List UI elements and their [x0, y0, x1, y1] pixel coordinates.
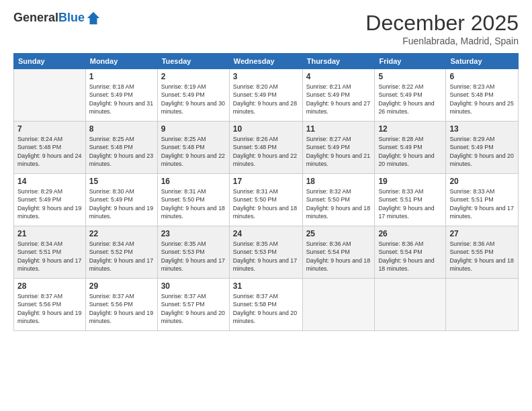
- location: Fuenlabrada, Madrid, Spain: [365, 36, 519, 46]
- header-row: SundayMondayTuesdayWednesdayThursdayFrid…: [14, 54, 519, 69]
- day-number: 20: [449, 177, 515, 186]
- calendar-cell: 25Sunrise: 8:36 AMSunset: 5:54 PMDayligh…: [302, 226, 375, 279]
- day-info: Sunrise: 8:30 AMSunset: 5:49 PMDaylight:…: [89, 187, 154, 220]
- calendar-cell: 30Sunrise: 8:37 AMSunset: 5:57 PMDayligh…: [157, 279, 229, 331]
- day-number: 29: [89, 281, 154, 291]
- logo: GeneralBlue: [13, 11, 101, 26]
- day-info: Sunrise: 8:25 AMSunset: 5:48 PMDaylight:…: [89, 135, 154, 168]
- day-number: 25: [306, 229, 371, 238]
- calendar-cell: 18Sunrise: 8:32 AMSunset: 5:50 PMDayligh…: [302, 174, 375, 226]
- day-header-friday: Friday: [375, 54, 446, 69]
- day-info: Sunrise: 8:19 AMSunset: 5:49 PMDaylight:…: [161, 83, 226, 116]
- week-row: 1Sunrise: 8:18 AMSunset: 5:49 PMDaylight…: [14, 69, 519, 122]
- day-number: 15: [89, 177, 154, 186]
- calendar-cell: 12Sunrise: 8:28 AMSunset: 5:49 PMDayligh…: [375, 122, 446, 174]
- day-info: Sunrise: 8:34 AMSunset: 5:51 PMDaylight:…: [17, 240, 82, 273]
- calendar-cell: 27Sunrise: 8:36 AMSunset: 5:55 PMDayligh…: [446, 226, 519, 279]
- day-number: 22: [89, 229, 154, 238]
- calendar-cell: 16Sunrise: 8:31 AMSunset: 5:50 PMDayligh…: [157, 174, 229, 226]
- day-info: Sunrise: 8:22 AMSunset: 5:49 PMDaylight:…: [378, 83, 442, 116]
- day-number: 16: [161, 177, 226, 186]
- day-info: Sunrise: 8:37 AMSunset: 5:58 PMDaylight:…: [233, 292, 299, 325]
- day-info: Sunrise: 8:37 AMSunset: 5:56 PMDaylight:…: [89, 292, 154, 325]
- day-number: 1: [89, 72, 154, 81]
- title-block: December 2025 Fuenlabrada, Madrid, Spain: [365, 11, 519, 46]
- day-info: Sunrise: 8:28 AMSunset: 5:49 PMDaylight:…: [378, 135, 442, 168]
- day-info: Sunrise: 8:34 AMSunset: 5:52 PMDaylight:…: [89, 240, 154, 273]
- day-number: 28: [17, 281, 82, 291]
- calendar-cell: [446, 279, 519, 331]
- calendar-table: SundayMondayTuesdayWednesdayThursdayFrid…: [13, 53, 519, 331]
- calendar-cell: 8Sunrise: 8:25 AMSunset: 5:48 PMDaylight…: [85, 122, 157, 174]
- day-info: Sunrise: 8:36 AMSunset: 5:54 PMDaylight:…: [306, 240, 371, 273]
- calendar-cell: 26Sunrise: 8:36 AMSunset: 5:54 PMDayligh…: [375, 226, 446, 279]
- day-info: Sunrise: 8:23 AMSunset: 5:48 PMDaylight:…: [449, 83, 515, 116]
- day-number: 23: [161, 229, 226, 238]
- calendar-cell: 10Sunrise: 8:26 AMSunset: 5:48 PMDayligh…: [229, 122, 302, 174]
- day-number: 8: [89, 124, 154, 134]
- calendar-cell: 19Sunrise: 8:33 AMSunset: 5:51 PMDayligh…: [375, 174, 446, 226]
- calendar-cell: 1Sunrise: 8:18 AMSunset: 5:49 PMDaylight…: [85, 69, 157, 122]
- day-header-monday: Monday: [85, 54, 157, 69]
- day-info: Sunrise: 8:29 AMSunset: 5:49 PMDaylight:…: [17, 187, 82, 220]
- day-number: 11: [306, 124, 371, 134]
- day-info: Sunrise: 8:18 AMSunset: 5:49 PMDaylight:…: [89, 83, 154, 116]
- day-number: 14: [17, 177, 82, 186]
- week-row: 28Sunrise: 8:37 AMSunset: 5:56 PMDayligh…: [14, 279, 519, 331]
- calendar-cell: 15Sunrise: 8:30 AMSunset: 5:49 PMDayligh…: [85, 174, 157, 226]
- day-info: Sunrise: 8:25 AMSunset: 5:48 PMDaylight:…: [161, 135, 226, 168]
- day-number: 24: [233, 229, 299, 238]
- calendar-cell: 5Sunrise: 8:22 AMSunset: 5:49 PMDaylight…: [375, 69, 446, 122]
- day-info: Sunrise: 8:31 AMSunset: 5:50 PMDaylight:…: [161, 187, 226, 220]
- calendar-cell: 9Sunrise: 8:25 AMSunset: 5:48 PMDaylight…: [157, 122, 229, 174]
- day-number: 30: [161, 281, 226, 291]
- calendar-cell: 11Sunrise: 8:27 AMSunset: 5:49 PMDayligh…: [302, 122, 375, 174]
- day-info: Sunrise: 8:36 AMSunset: 5:54 PMDaylight:…: [378, 240, 442, 273]
- calendar-cell: 14Sunrise: 8:29 AMSunset: 5:49 PMDayligh…: [14, 174, 86, 226]
- day-number: 21: [17, 229, 82, 238]
- calendar-cell: 17Sunrise: 8:31 AMSunset: 5:50 PMDayligh…: [229, 174, 302, 226]
- day-info: Sunrise: 8:20 AMSunset: 5:49 PMDaylight:…: [233, 83, 299, 116]
- calendar-cell: 13Sunrise: 8:29 AMSunset: 5:49 PMDayligh…: [446, 122, 519, 174]
- day-number: 17: [233, 177, 299, 186]
- day-number: 27: [449, 229, 515, 238]
- day-info: Sunrise: 8:24 AMSunset: 5:48 PMDaylight:…: [17, 135, 82, 168]
- calendar-cell: 2Sunrise: 8:19 AMSunset: 5:49 PMDaylight…: [157, 69, 229, 122]
- day-number: 7: [17, 124, 82, 134]
- calendar-cell: 21Sunrise: 8:34 AMSunset: 5:51 PMDayligh…: [14, 226, 86, 279]
- day-number: 9: [161, 124, 226, 134]
- day-number: 18: [306, 177, 371, 186]
- calendar-cell: 29Sunrise: 8:37 AMSunset: 5:56 PMDayligh…: [85, 279, 157, 331]
- day-header-sunday: Sunday: [14, 54, 86, 69]
- calendar-cell: 22Sunrise: 8:34 AMSunset: 5:52 PMDayligh…: [85, 226, 157, 279]
- day-number: 2: [161, 72, 226, 81]
- day-number: 26: [378, 229, 442, 238]
- calendar-cell: 24Sunrise: 8:35 AMSunset: 5:53 PMDayligh…: [229, 226, 302, 279]
- week-row: 21Sunrise: 8:34 AMSunset: 5:51 PMDayligh…: [14, 226, 519, 279]
- day-number: 12: [378, 124, 442, 134]
- day-header-saturday: Saturday: [446, 54, 519, 69]
- day-number: 19: [378, 177, 442, 186]
- day-info: Sunrise: 8:37 AMSunset: 5:57 PMDaylight:…: [161, 292, 226, 325]
- day-header-wednesday: Wednesday: [229, 54, 302, 69]
- day-info: Sunrise: 8:37 AMSunset: 5:56 PMDaylight:…: [17, 292, 82, 325]
- day-info: Sunrise: 8:35 AMSunset: 5:53 PMDaylight:…: [233, 240, 299, 273]
- day-number: 4: [306, 72, 371, 81]
- day-header-thursday: Thursday: [302, 54, 375, 69]
- month-title: December 2025: [365, 11, 519, 36]
- calendar-cell: 7Sunrise: 8:24 AMSunset: 5:48 PMDaylight…: [14, 122, 86, 174]
- day-info: Sunrise: 8:31 AMSunset: 5:50 PMDaylight:…: [233, 187, 299, 220]
- calendar-cell: 31Sunrise: 8:37 AMSunset: 5:58 PMDayligh…: [229, 279, 302, 331]
- day-info: Sunrise: 8:21 AMSunset: 5:49 PMDaylight:…: [306, 83, 371, 116]
- day-number: 13: [449, 124, 515, 134]
- day-info: Sunrise: 8:32 AMSunset: 5:50 PMDaylight:…: [306, 187, 371, 220]
- logo-icon: [86, 11, 101, 26]
- day-info: Sunrise: 8:29 AMSunset: 5:49 PMDaylight:…: [449, 135, 515, 168]
- calendar-cell: 23Sunrise: 8:35 AMSunset: 5:53 PMDayligh…: [157, 226, 229, 279]
- calendar-cell: [14, 69, 86, 122]
- calendar-cell: [302, 279, 375, 331]
- day-number: 31: [233, 281, 299, 291]
- day-info: Sunrise: 8:26 AMSunset: 5:48 PMDaylight:…: [233, 135, 299, 168]
- header: GeneralBlue December 2025 Fuenlabrada, M…: [13, 11, 519, 46]
- calendar-cell: [375, 279, 446, 331]
